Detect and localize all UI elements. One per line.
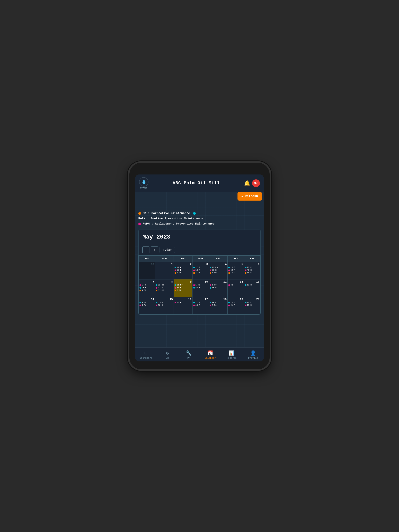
calendar-event: 22 R — [193, 301, 208, 304]
refresh-button[interactable]: ✈ Refresh — [238, 192, 262, 201]
day-header-thu: Thu — [209, 256, 228, 262]
event-text: 37 R — [177, 286, 181, 289]
day-number: 2 — [174, 263, 192, 266]
calendar-cell-9[interactable]: 911 Ro37 R2 CM — [174, 279, 193, 297]
event-text: 2 CM — [177, 289, 181, 292]
calendar-cell-1[interactable]: 1 — [155, 262, 174, 279]
calendar-cell-30[interactable]: 30 — [139, 262, 155, 279]
event-text: 97 R — [158, 286, 163, 289]
calendar-event: 10 C — [228, 272, 243, 274]
calendar-event: 1 Ro — [210, 284, 227, 286]
event-text: 11 CM — [158, 289, 164, 292]
nav-item-calendar[interactable]: 📅Calendar — [200, 349, 221, 361]
orange-event-dot — [174, 290, 176, 291]
calendar-cell-11[interactable]: 111 Ro18 R — [209, 279, 228, 297]
calendar: May 2023 ‹ › Today SunMonTueWedThuFriSat — [138, 230, 261, 315]
teal-event-dot — [210, 302, 211, 303]
pink-event-dot — [156, 304, 157, 306]
event-text: 13 R — [195, 269, 200, 272]
calendar-event: 13 R — [140, 286, 154, 289]
legend-ropm: RoPM : Routine Preventive Maintenance — [138, 216, 261, 221]
calendar-event: 10 R — [228, 301, 243, 304]
calendar-cell-15[interactable]: 153 Ro33 R — [155, 297, 174, 315]
calendar-cell-18[interactable]: 1824 R5 Re — [209, 297, 228, 315]
day-header-tue: Tue — [174, 256, 193, 262]
calendar-cell-17[interactable]: 1722 R35 R — [193, 297, 209, 315]
app-header: 💧 MyPalm ABC Palm Oil Mill 🔔 97 — [135, 174, 264, 192]
calendar-grid: SunMonTueWedThuFriSat 301212 R50 R1 CM31… — [139, 255, 260, 315]
calendar-event: 21 R — [228, 304, 243, 307]
day-header-fri: Fri — [228, 256, 244, 262]
event-text: 58 R — [212, 269, 216, 272]
orange-event-dot — [210, 272, 211, 274]
pink-event-dot — [140, 284, 141, 286]
event-text: 13 R — [247, 304, 252, 307]
calendar-cell-8[interactable]: 811 Ro97 R11 CM — [155, 279, 174, 297]
calendar-cell-20[interactable]: 2012 R13 R — [244, 297, 260, 315]
nav-item-pm[interactable]: 🔧PM — [178, 349, 200, 361]
calendar-month: May 2023 — [142, 234, 257, 240]
calendar-cell-12[interactable]: 1242 R — [228, 279, 244, 297]
logo-icon: 💧 — [139, 177, 148, 187]
calendar-cell-14[interactable]: 143 Ro5 Re — [139, 297, 155, 315]
nav-item-profile[interactable]: 👤Profile — [242, 349, 264, 361]
calendar-event: 24 R — [210, 301, 227, 304]
teal-event-dot — [245, 302, 246, 303]
day-number: 15 — [156, 298, 173, 301]
orange-event-dot — [174, 272, 176, 274]
calendar-event: 52 R — [228, 269, 243, 272]
calendar-cell-19[interactable]: 1910 R21 R — [228, 297, 244, 315]
pink-event-dot — [193, 284, 195, 286]
nav-item-cm[interactable]: ⚙CM — [157, 349, 178, 361]
calendar-cell-13[interactable]: 1310 R — [244, 279, 260, 297]
calendar-event: 58 R — [210, 269, 227, 272]
app-title: ABC Palm Oil Mill — [173, 181, 219, 186]
teal-event-dot — [210, 287, 211, 289]
pink-event-dot — [228, 304, 230, 306]
calendar-cell-16[interactable]: 1680 R — [174, 297, 193, 315]
event-text: 18 R — [212, 286, 216, 289]
calendar-cell-4[interactable]: 411 Ro58 R1 CM — [209, 262, 228, 279]
calendar-cell-10[interactable]: 101 Ro58 R — [193, 279, 209, 297]
calendar-cell-3[interactable]: 312 R13 R3 CM — [193, 262, 209, 279]
day-header-sun: Sun — [139, 256, 155, 262]
day-header-sat: Sat — [244, 256, 260, 262]
event-text: 3 Ro — [142, 301, 146, 304]
calendar-cell-7[interactable]: 71 Re13 R3 CM — [139, 279, 155, 297]
nav-item-reports[interactable]: 📊Reports — [221, 349, 242, 361]
pink-event-dot — [210, 304, 211, 306]
calendar-cell-5[interactable]: 510 R52 R10 C — [228, 262, 244, 279]
bell-icon[interactable]: 🔔 — [244, 180, 250, 186]
teal-event-dot — [210, 267, 211, 268]
send-icon: ✈ — [241, 194, 243, 198]
nav-item-dashboard[interactable]: ⊞Dashboard — [135, 349, 157, 361]
calendar-event: 13 R — [245, 304, 259, 307]
day-number: 17 — [193, 298, 208, 301]
event-text: 1 Re — [142, 284, 146, 286]
orange-event-dot — [156, 290, 157, 291]
event-text: 11 Ro — [158, 284, 164, 286]
prev-month-button[interactable]: ‹ — [142, 246, 149, 253]
calendar-event: 1 CM — [174, 272, 192, 274]
calendar-icon: 📅 — [207, 350, 213, 356]
calendar-event: 1 Re — [140, 284, 154, 286]
nav-label-dashboard: Dashboard — [140, 357, 152, 360]
calendar-cell-6[interactable]: 610 R49 R14 C — [244, 262, 260, 279]
event-text: 33 R — [158, 304, 163, 307]
teal-event-dot — [156, 302, 157, 303]
calendar-event: 11 CM — [156, 289, 173, 292]
today-button[interactable]: Today — [160, 247, 175, 253]
day-number: 8 — [156, 280, 173, 283]
notification-badge[interactable]: 97 — [252, 179, 260, 187]
nav-label-calendar: Calendar — [205, 357, 216, 360]
calendar-event: 10 R — [245, 266, 259, 269]
event-text: 58 R — [195, 286, 200, 289]
teal-dot — [193, 212, 196, 215]
pink-event-dot — [174, 287, 176, 289]
calendar-cell-2[interactable]: 212 R50 R1 CM — [174, 262, 193, 279]
event-text: 14 C — [247, 272, 252, 274]
teal-event-dot — [193, 287, 195, 289]
calendar-event: 97 R — [156, 286, 173, 289]
next-month-button[interactable]: › — [151, 246, 158, 253]
day-number: 6 — [245, 263, 259, 266]
